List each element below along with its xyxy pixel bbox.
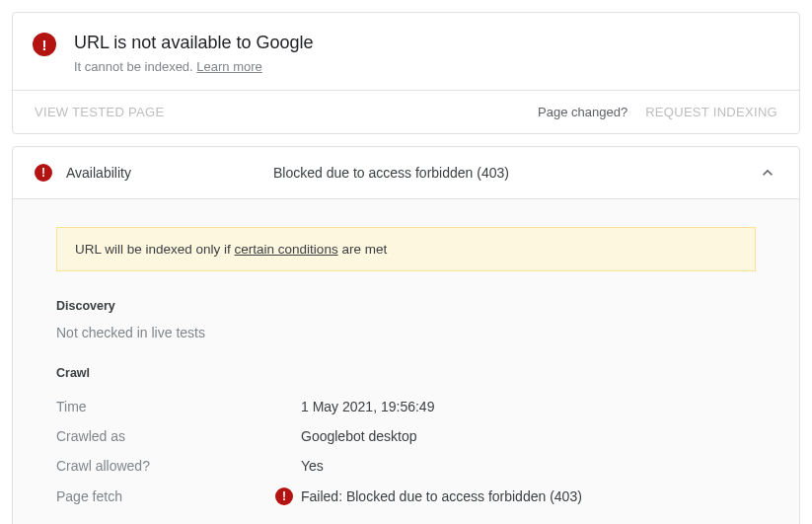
availability-section: ! Availability Blocked due to access for… (12, 146, 800, 524)
discovery-heading: Discovery (56, 299, 756, 313)
crawl-key: Page fetch (56, 488, 275, 504)
crawl-row: Crawled asGooglebot desktop (56, 421, 756, 451)
crawl-value: Googlebot desktop (301, 428, 417, 444)
status-subtitle: It cannot be indexed. Learn more (74, 59, 313, 74)
crawl-row: Crawl allowed?Yes (56, 451, 756, 481)
crawl-key: Crawl allowed? (56, 458, 275, 474)
status-text: URL is not available to Google It cannot… (74, 33, 313, 74)
crawl-heading: Crawl (56, 366, 756, 380)
crawl-key: Crawled as (56, 428, 275, 444)
status-card: ! URL is not available to Google It cann… (12, 12, 800, 134)
crawl-value: Yes (301, 458, 324, 474)
chevron-up-icon (758, 163, 777, 183)
availability-body: URL will be indexed only if certain cond… (13, 198, 799, 524)
availability-value: Blocked due to access forbidden (403) (273, 165, 758, 181)
crawl-key: Time (56, 399, 275, 414)
crawl-value: Failed: Blocked due to access forbidden … (301, 488, 582, 504)
request-indexing-button[interactable]: REQUEST INDEXING (645, 105, 777, 119)
learn-more-link[interactable]: Learn more (196, 59, 261, 74)
page-changed-label: Page changed? (538, 105, 627, 119)
crawl-row: Page fetch!Failed: Blocked due to access… (56, 481, 756, 512)
crawl-row: Time1 May 2021, 19:56:49 (56, 392, 756, 421)
crawl-icon-slot: ! (275, 487, 301, 505)
status-title: URL is not available to Google (74, 33, 313, 53)
error-icon: ! (35, 164, 52, 182)
subtitle-text: It cannot be indexed. (74, 59, 196, 74)
error-icon: ! (33, 33, 56, 56)
crawl-value: 1 May 2021, 19:56:49 (301, 399, 434, 414)
availability-header[interactable]: ! Availability Blocked due to access for… (13, 147, 799, 198)
banner-prefix: URL will be indexed only if (75, 242, 235, 257)
status-header: ! URL is not available to Google It cann… (13, 13, 799, 90)
error-icon: ! (275, 487, 293, 505)
conditions-link[interactable]: certain conditions (235, 242, 338, 257)
banner-suffix: are met (338, 242, 388, 257)
conditions-banner: URL will be indexed only if certain cond… (56, 227, 756, 271)
crawl-table: Time1 May 2021, 19:56:49Crawled asGoogle… (56, 392, 756, 512)
discovery-text: Not checked in live tests (56, 325, 756, 340)
availability-label: Availability (66, 165, 273, 181)
view-tested-page-button[interactable]: VIEW TESTED PAGE (35, 105, 164, 119)
actions-row: VIEW TESTED PAGE Page changed? REQUEST I… (13, 90, 799, 133)
